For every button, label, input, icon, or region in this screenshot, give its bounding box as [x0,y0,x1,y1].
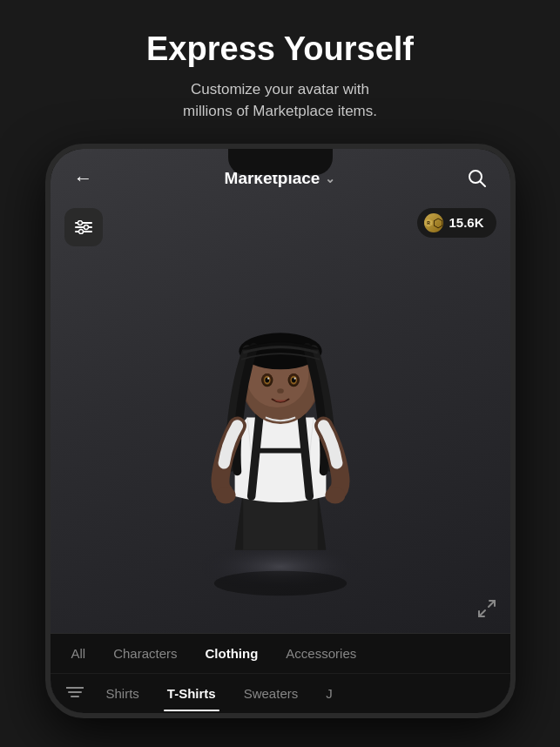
sub-tabs-row: Shirts T-Shirts Sweaters J [57,674,503,713]
phone-notch [228,149,333,175]
svg-point-7 [78,229,83,233]
svg-point-29 [325,487,345,503]
svg-point-11 [213,570,346,596]
currency-amount: 15.6K [449,215,483,230]
currency-badge[interactable]: R 15.6K [417,208,496,238]
tab-characters[interactable]: Characters [99,634,191,673]
nav-chevron-icon[interactable]: ⌄ [325,172,335,185]
svg-point-28 [215,487,235,503]
back-button[interactable]: ← [68,163,99,194]
compress-button[interactable] [477,599,496,622]
page-header: Express Yourself Customize your avatar w… [94,0,466,144]
svg-text:R: R [428,220,431,225]
svg-point-5 [78,220,82,225]
subtab-filter-button[interactable] [57,674,92,713]
sub-tabs: Shirts T-Shirts Sweaters J [51,673,510,713]
subtab-shirts[interactable]: Shirts [92,676,153,711]
page-title: Express Yourself [146,31,414,68]
svg-point-6 [84,225,88,229]
tab-accessories[interactable]: Accessories [272,634,370,673]
svg-point-25 [293,377,295,379]
avatar-area: R 15.6K [51,201,510,633]
page-subtitle: Customize your avatar withmillions of Ma… [146,78,414,123]
search-button[interactable] [462,163,493,194]
subtab-sweaters[interactable]: Sweaters [230,676,313,711]
svg-point-26 [277,388,284,394]
category-tabs-row: All Characters Clothing Accessories [57,634,503,673]
avatar-container [159,252,402,600]
robux-icon: R [424,213,443,232]
tab-clothing[interactable]: Clothing [192,634,273,673]
phone-frame: ← Marketplace ⌄ [45,144,516,718]
phone-screen: ← Marketplace ⌄ [51,149,510,713]
svg-line-1 [480,181,485,186]
subtab-jackets[interactable]: J [312,676,347,711]
svg-point-24 [267,377,269,379]
subtab-tshirts[interactable]: T-Shirts [153,676,230,711]
filter-button[interactable] [64,208,103,246]
tab-all[interactable]: All [57,634,100,673]
category-tabs: All Characters Clothing Accessories [51,633,510,673]
